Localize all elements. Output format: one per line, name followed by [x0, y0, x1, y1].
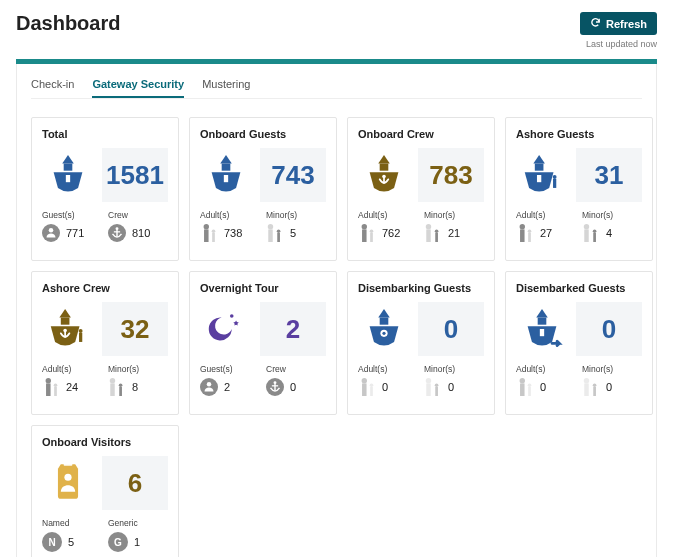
sub-label: Generic [108, 518, 168, 528]
card-total-value: 783 [418, 148, 484, 202]
sub-value: 810 [132, 227, 150, 239]
sub-label: Adult(s) [42, 364, 102, 374]
card-title: Total [42, 128, 168, 140]
sub-value: 27 [540, 227, 552, 239]
sub-value: 738 [224, 227, 242, 239]
sub-value: 8 [132, 381, 138, 393]
crew-icon [266, 378, 284, 396]
tab-gateway-security[interactable]: Gateway Security [92, 78, 184, 98]
minor-icon [424, 224, 442, 242]
sub-label: Minor(s) [582, 210, 642, 220]
card-total-value: 743 [260, 148, 326, 202]
card-total-value: 1581 [102, 148, 168, 202]
minor-icon [582, 378, 600, 396]
crew-icon [108, 224, 126, 242]
card-total-value: 0 [418, 302, 484, 356]
card-title: Ashore Crew [42, 282, 168, 294]
ship-ashore-icon [516, 148, 568, 202]
minor-icon [108, 378, 126, 396]
card-title: Disembarking Guests [358, 282, 484, 294]
tab-mustering[interactable]: Mustering [202, 78, 250, 98]
card-title: Onboard Crew [358, 128, 484, 140]
adult-icon [516, 224, 534, 242]
sub-label: Named [42, 518, 102, 528]
adult-icon [200, 224, 218, 242]
ship-disembarked-icon [516, 302, 568, 356]
sub-label: Adult(s) [200, 210, 260, 220]
generic-badge-icon: G [108, 532, 128, 552]
sub-label: Minor(s) [582, 364, 642, 374]
ship-disembarking-icon [358, 302, 410, 356]
card-onboard-guests: Onboard Guests 743 Adult(s) 738 [189, 117, 337, 261]
sub-value: 762 [382, 227, 400, 239]
guest-icon [42, 224, 60, 242]
last-updated-text: Last updated now [580, 39, 657, 49]
sub-value: 0 [606, 381, 612, 393]
sub-value: 0 [382, 381, 388, 393]
sub-label: Adult(s) [358, 364, 418, 374]
sub-value: 0 [290, 381, 296, 393]
sub-label: Adult(s) [358, 210, 418, 220]
ship-icon [42, 148, 94, 202]
ship-anchor-icon [358, 148, 410, 202]
card-disembarked-guests: Disembarked Guests 0 Adult(s) 0 [505, 271, 653, 415]
sub-label: Minor(s) [108, 364, 168, 374]
tabs: Check-in Gateway Security Mustering [31, 78, 642, 99]
moon-icon [200, 302, 252, 356]
named-badge-icon: N [42, 532, 62, 552]
card-onboard-crew: Onboard Crew 783 Adult(s) 762 [347, 117, 495, 261]
tab-check-in[interactable]: Check-in [31, 78, 74, 98]
sub-value: 1 [134, 536, 140, 548]
sub-value: 4 [606, 227, 612, 239]
sub-value: 21 [448, 227, 460, 239]
sub-value: 5 [290, 227, 296, 239]
ship-icon [200, 148, 252, 202]
sub-value: 2 [224, 381, 230, 393]
card-total-value: 32 [102, 302, 168, 356]
card-total: Total 1581 Guest(s) 771 [31, 117, 179, 261]
card-disembarking-guests: Disembarking Guests 0 Adult(s) 0 [347, 271, 495, 415]
adult-icon [358, 378, 376, 396]
sub-label: Minor(s) [424, 210, 484, 220]
sub-label: Minor(s) [424, 364, 484, 374]
minor-icon [266, 224, 284, 242]
minor-icon [582, 224, 600, 242]
sub-value: 0 [448, 381, 454, 393]
page-title: Dashboard [16, 12, 120, 35]
card-title: Ashore Guests [516, 128, 642, 140]
sub-value: 5 [68, 536, 74, 548]
ship-anchor-ashore-icon [42, 302, 94, 356]
sub-label: Crew [266, 364, 326, 374]
sub-label: Guest(s) [42, 210, 102, 220]
card-title: Disembarked Guests [516, 282, 642, 294]
sub-label: Adult(s) [516, 210, 576, 220]
sub-label: Minor(s) [266, 210, 326, 220]
guest-icon [200, 378, 218, 396]
badge-icon [42, 456, 94, 510]
sub-label: Crew [108, 210, 168, 220]
card-overnight-tour: Overnight Tour 2 Guest(s) 2 [189, 271, 337, 415]
card-title: Onboard Visitors [42, 436, 168, 448]
card-title: Overnight Tour [200, 282, 326, 294]
card-title: Onboard Guests [200, 128, 326, 140]
sub-value: 771 [66, 227, 84, 239]
refresh-icon [590, 17, 601, 30]
card-total-value: 0 [576, 302, 642, 356]
sub-value: 0 [540, 381, 546, 393]
sub-value: 24 [66, 381, 78, 393]
minor-icon [424, 378, 442, 396]
card-onboard-visitors: Onboard Visitors 6 Named N 5 [31, 425, 179, 557]
card-total-value: 6 [102, 456, 168, 510]
card-ashore-crew: Ashore Crew 32 Adult(s) 24 [31, 271, 179, 415]
refresh-label: Refresh [606, 18, 647, 30]
card-ashore-guests: Ashore Guests 31 Adult(s) 27 [505, 117, 653, 261]
adult-icon [358, 224, 376, 242]
sub-label: Adult(s) [516, 364, 576, 374]
adult-icon [42, 378, 60, 396]
adult-icon [516, 378, 534, 396]
card-total-value: 31 [576, 148, 642, 202]
refresh-button[interactable]: Refresh [580, 12, 657, 35]
sub-label: Guest(s) [200, 364, 260, 374]
card-total-value: 2 [260, 302, 326, 356]
